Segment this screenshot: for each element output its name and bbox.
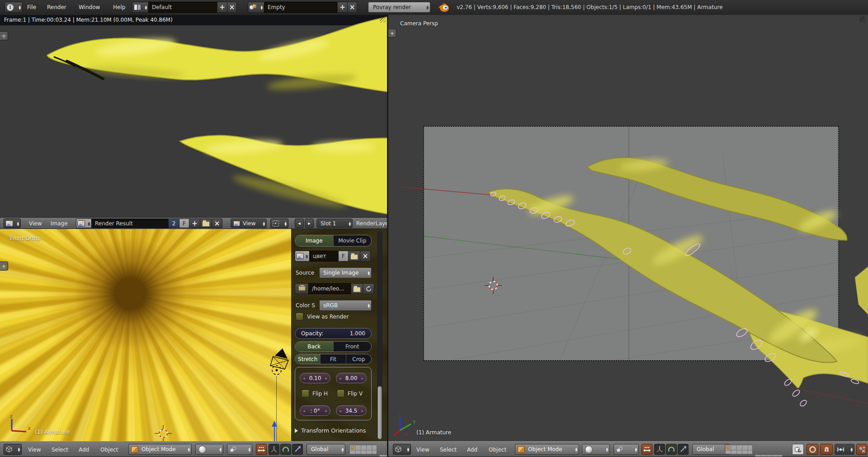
- manipulator-toggle-button[interactable]: [642, 444, 652, 455]
- decrement-arrow-icon[interactable]: [339, 409, 341, 413]
- screen-layout-name-field[interactable]: Default: [148, 2, 217, 13]
- corner-resize-grip[interactable]: [380, 16, 386, 23]
- method-fit-button[interactable]: Fit: [321, 354, 346, 364]
- depth-front-button[interactable]: Front: [334, 342, 372, 352]
- manipulator-scale-button[interactable]: [678, 444, 689, 455]
- menu-view[interactable]: View: [29, 220, 42, 227]
- menu-add[interactable]: Add: [79, 447, 89, 453]
- delete-layout-button[interactable]: [227, 2, 237, 13]
- viewport-shading-dropdown[interactable]: [195, 444, 223, 455]
- transform-orientations-panel-header[interactable]: Transform Orientations: [295, 427, 366, 434]
- layer-grid[interactable]: [379, 454, 388, 457]
- browse-file-button[interactable]: [351, 283, 363, 294]
- menu-window[interactable]: Window: [79, 4, 100, 10]
- new-image-button[interactable]: [189, 219, 200, 228]
- camera-persp-viewport[interactable]: Camera Persp z Y x (1) Armature: [388, 15, 868, 441]
- method-crop-button[interactable]: Crop: [346, 354, 371, 364]
- pack-file-button[interactable]: [295, 283, 308, 294]
- menu-render[interactable]: Render: [47, 4, 66, 10]
- petal-object-sliver[interactable]: [855, 267, 868, 314]
- next-slot-button[interactable]: [305, 219, 314, 228]
- previous-slot-button[interactable]: [295, 219, 304, 228]
- unlink-image-button[interactable]: [360, 251, 371, 262]
- render-engine-dropdown[interactable]: Povray render: [368, 2, 430, 13]
- add-scene-button[interactable]: [337, 2, 347, 13]
- viewport-shading-dropdown[interactable]: [582, 444, 610, 455]
- increment-arrow-icon[interactable]: [361, 409, 363, 413]
- scene-browse-button[interactable]: [248, 2, 264, 13]
- flip-v-checkbox[interactable]: [337, 390, 344, 397]
- front-ortho-viewport[interactable]: Front Ortho z: [0, 229, 388, 441]
- fake-user-button[interactable]: F: [179, 219, 189, 228]
- source-dropdown[interactable]: Single Image: [319, 267, 372, 278]
- camera-object[interactable]: [268, 348, 294, 371]
- menu-object[interactable]: Object: [489, 447, 506, 453]
- method-stretch-button[interactable]: Stretch: [295, 354, 321, 364]
- manipulator-rotate-button[interactable]: [666, 444, 677, 455]
- screen-layout-browse-button[interactable]: [132, 2, 148, 13]
- tab-movie-clip[interactable]: Movie Clip: [334, 235, 372, 246]
- view-as-render-checkbox[interactable]: [296, 313, 303, 320]
- image-name-field[interactable]: Render Result: [91, 219, 168, 228]
- manipulator-rotate-button[interactable]: [280, 444, 291, 455]
- proportional-edit-button[interactable]: [807, 444, 818, 455]
- opacity-slider[interactable]: Opacity: 1.000: [295, 328, 372, 339]
- pivot-center-dropdown[interactable]: [613, 444, 639, 455]
- rotation-stepper[interactable]: : 0°: [300, 405, 330, 416]
- increment-arrow-icon[interactable]: [361, 376, 363, 381]
- open-image-button[interactable]: [200, 219, 212, 228]
- file-path-field[interactable]: /home/leo...: [308, 283, 351, 294]
- mode-dropdown[interactable]: Object Mode: [515, 444, 579, 455]
- colorspace-dropdown[interactable]: sRGB: [319, 300, 372, 311]
- layer-grid[interactable]: [755, 454, 783, 457]
- menu-help[interactable]: Help: [113, 4, 125, 10]
- menu-select[interactable]: Select: [52, 447, 68, 453]
- bg-image-name-field[interactable]: цвет: [309, 251, 338, 262]
- menu-view[interactable]: View: [416, 447, 429, 453]
- editor-type-selector-3dview[interactable]: [393, 444, 411, 455]
- increment-arrow-icon[interactable]: [325, 376, 327, 381]
- toolshelf-expand-tab[interactable]: [0, 262, 8, 271]
- manipulator-translate-button[interactable]: [654, 444, 665, 455]
- tab-image[interactable]: Image: [295, 235, 334, 246]
- editor-type-selector-image[interactable]: [4, 219, 21, 228]
- open-image-button[interactable]: [348, 251, 360, 262]
- decrement-arrow-icon[interactable]: [303, 409, 305, 413]
- manipulator-translate-button[interactable]: [269, 444, 279, 455]
- layer-grid[interactable]: [349, 444, 377, 454]
- decrement-arrow-icon[interactable]: [339, 376, 341, 381]
- menu-file[interactable]: File: [27, 4, 36, 10]
- bg-image-browse-button[interactable]: [295, 251, 309, 262]
- render-layer-dropdown[interactable]: RenderLayer: [356, 220, 388, 227]
- menu-image[interactable]: Image: [51, 220, 68, 227]
- snap-element-dropdown[interactable]: [835, 444, 854, 455]
- menu-select[interactable]: Select: [440, 447, 457, 453]
- offset-x-stepper[interactable]: 0.10: [300, 373, 330, 383]
- decrement-arrow-icon[interactable]: [303, 376, 305, 381]
- reload-image-button[interactable]: [363, 283, 374, 294]
- mode-dropdown[interactable]: Object Mode: [128, 444, 192, 455]
- unlink-image-button[interactable]: [212, 219, 222, 228]
- pivot-point-button[interactable]: [270, 219, 288, 228]
- layer-grid[interactable]: [725, 444, 753, 454]
- delete-scene-button[interactable]: [347, 2, 357, 13]
- menu-add[interactable]: Add: [467, 447, 477, 453]
- panel-scrollbar-thumb[interactable]: [377, 386, 382, 439]
- manipulator-scale-button[interactable]: [292, 444, 303, 455]
- manipulator-toggle-button[interactable]: [256, 444, 267, 455]
- scene-name-field[interactable]: Empty: [264, 2, 337, 13]
- size-stepper[interactable]: 34.5: [336, 405, 367, 416]
- menu-object[interactable]: Object: [100, 447, 118, 453]
- depth-back-button[interactable]: Back: [295, 342, 334, 352]
- lock-to-scene-button[interactable]: [792, 444, 804, 455]
- corner-resize-grip[interactable]: [859, 16, 866, 23]
- editor-type-selector-3dview[interactable]: [4, 444, 22, 455]
- snap-toggle-button[interactable]: [820, 444, 833, 455]
- display-channels-dropdown[interactable]: View: [231, 219, 267, 228]
- panel-scrollbar-track[interactable]: [377, 231, 382, 439]
- toolshelf-expand-tab[interactable]: [0, 31, 8, 40]
- editor-type-selector-info[interactable]: [5, 2, 23, 13]
- menu-view[interactable]: View: [28, 447, 41, 453]
- increment-arrow-icon[interactable]: [325, 409, 327, 413]
- slot-dropdown[interactable]: Slot 1: [316, 219, 353, 228]
